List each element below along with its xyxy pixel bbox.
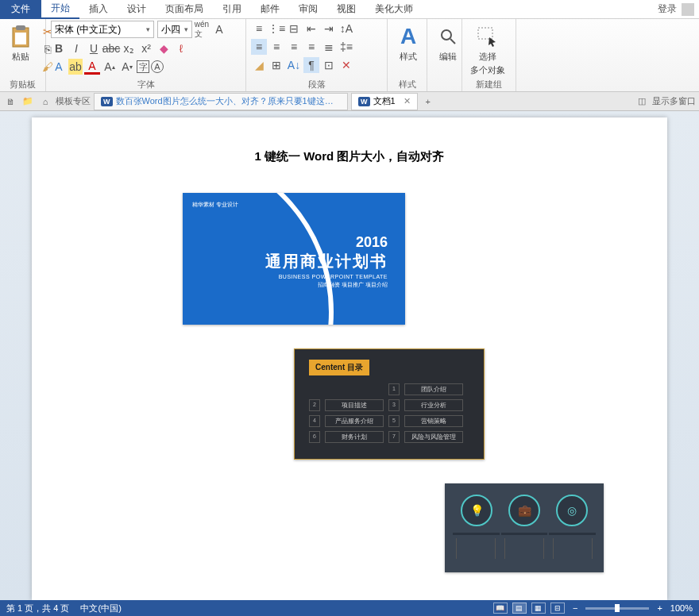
- toc-item: 项目描述: [325, 399, 384, 411]
- styles-button[interactable]: A 样式: [392, 21, 424, 63]
- avatar-icon[interactable]: [682, 3, 694, 16]
- zoom-slider[interactable]: [585, 607, 649, 610]
- zoom-in-icon[interactable]: +: [654, 603, 665, 613]
- zoom-out-icon[interactable]: −: [570, 603, 581, 613]
- align-right-icon[interactable]: ≡: [286, 39, 302, 55]
- new-doc-icon[interactable]: 🗎: [3, 94, 17, 109]
- toc-num: 5: [388, 415, 400, 427]
- toc-num: 6: [309, 431, 320, 443]
- svg-rect-1: [16, 25, 25, 30]
- bold-icon[interactable]: B: [51, 40, 67, 56]
- svg-rect-5: [478, 28, 492, 39]
- read-view-icon[interactable]: 📖: [493, 603, 508, 614]
- underline-icon[interactable]: U: [86, 40, 102, 56]
- group-font-label: 字体: [46, 79, 245, 90]
- svg-point-3: [442, 30, 451, 40]
- word-badge-icon: W: [358, 97, 370, 106]
- circle-char-icon[interactable]: A: [151, 60, 164, 73]
- indent-inc-icon[interactable]: ⇥: [321, 21, 337, 37]
- close-tab-icon[interactable]: ✕: [404, 96, 411, 106]
- tab-mail[interactable]: 邮件: [251, 0, 289, 19]
- outline-view-icon[interactable]: ⊟: [550, 603, 565, 614]
- open-folder-icon[interactable]: 📁: [21, 94, 35, 109]
- page-status[interactable]: 第 1 页，共 4 页: [6, 603, 69, 614]
- char-border-icon[interactable]: 字: [137, 60, 149, 73]
- editing-button[interactable]: 编辑: [432, 21, 464, 63]
- add-tab-icon[interactable]: +: [421, 94, 435, 109]
- styles-icon: A: [396, 24, 421, 49]
- file-menu[interactable]: 文件: [0, 0, 41, 19]
- zoom-value[interactable]: 100%: [670, 603, 693, 613]
- ribbon: 粘贴 ✂ ⎘ 🖌 剪贴板 宋体 (中文正文)▾ 小四▾ wén文 A B I U…: [0, 19, 699, 92]
- home-icon[interactable]: ⌂: [38, 94, 52, 109]
- grow-font-icon[interactable]: A: [211, 21, 227, 37]
- italic-icon[interactable]: I: [68, 40, 84, 56]
- group-select-label: 新建组: [462, 79, 516, 90]
- numbering-icon[interactable]: ⋮≡: [268, 21, 284, 37]
- tab-home[interactable]: 开始: [41, 0, 79, 19]
- doc-tab-2[interactable]: W 文档1 ✕: [351, 93, 418, 110]
- line-spacing-icon[interactable]: ‡≡: [338, 39, 354, 55]
- multiwindow-label[interactable]: 显示多窗口: [652, 95, 696, 107]
- sort-icon[interactable]: A↓: [286, 57, 302, 73]
- align-left-icon[interactable]: ≡: [251, 39, 267, 55]
- select-objects-button[interactable]: 选择 多个对象: [467, 21, 508, 76]
- highlight-icon[interactable]: ℓ: [173, 40, 189, 56]
- document-area: 1 键统一 Word 图片大小，自动对齐 精华素材 专业设计 2016 通用商业…: [0, 111, 699, 600]
- distribute-icon[interactable]: ≣: [321, 39, 337, 55]
- slide1-main: 通用商业计划书: [265, 251, 388, 272]
- clipboard-icon: [8, 24, 33, 49]
- tab-view[interactable]: 视图: [327, 0, 365, 19]
- slide-1[interactable]: 精华素材 专业设计 2016 通用商业计划书 BUSINESS POWERPOI…: [183, 193, 405, 325]
- font-select[interactable]: 宋体 (中文正文)▾: [51, 21, 154, 38]
- tab-beautify[interactable]: 美化大师: [365, 0, 423, 19]
- status-bar: 第 1 页，共 4 页 中文(中国) 📖 ▤ ▦ ⊟ − + 100%: [0, 600, 699, 616]
- doc-tab-1[interactable]: W 数百张Word图片怎么统一大小、对齐？原来只要1键这么简单.docx: [94, 93, 348, 110]
- tab-references[interactable]: 引用: [213, 0, 251, 19]
- lang-status[interactable]: 中文(中国): [80, 603, 121, 614]
- page[interactable]: 1 键统一 Word 图片大小，自动对齐 精华素材 专业设计 2016 通用商业…: [32, 117, 667, 600]
- paste-button[interactable]: 粘贴: [5, 21, 37, 63]
- font-color-icon[interactable]: A: [84, 59, 100, 75]
- indent-dec-icon[interactable]: ⇤: [303, 21, 319, 37]
- superscript-icon[interactable]: x²: [138, 40, 154, 56]
- find-icon: [435, 24, 461, 49]
- tab-design[interactable]: 设计: [118, 0, 156, 19]
- bullets-icon[interactable]: ≡: [251, 21, 267, 37]
- login-link[interactable]: 登录: [658, 2, 677, 16]
- text-dir-icon[interactable]: ↕A: [338, 21, 354, 37]
- print-view-icon[interactable]: ▤: [512, 603, 527, 614]
- slide2-title: Centent 目录: [309, 360, 369, 375]
- highlight2-icon[interactable]: ab: [68, 59, 83, 75]
- justify-icon[interactable]: ≡: [303, 39, 319, 55]
- para-x-icon[interactable]: ✕: [338, 57, 354, 73]
- multiwindow-icon[interactable]: ◫: [635, 94, 649, 109]
- shrink-icon[interactable]: A▾: [119, 59, 135, 75]
- tabs-icon[interactable]: ⊡: [321, 57, 337, 73]
- subscript-icon[interactable]: x₂: [121, 40, 137, 56]
- strike-icon[interactable]: abc: [103, 40, 119, 56]
- size-select[interactable]: 小四▾: [157, 21, 192, 38]
- templates-link[interactable]: 模板专区: [56, 95, 91, 107]
- slide-2[interactable]: Centent 目录 1 1 团队介绍 2 项目描述 3 行业分析 4 产品服务…: [294, 348, 485, 460]
- borders-icon[interactable]: ⊞: [268, 57, 284, 73]
- group-clipboard-label: 剪贴板: [0, 79, 45, 90]
- grow-icon[interactable]: A▴: [102, 59, 118, 75]
- tab-review[interactable]: 审阅: [289, 0, 327, 19]
- show-marks-icon[interactable]: ¶: [303, 57, 319, 73]
- clear-format-icon[interactable]: ◆: [156, 40, 172, 56]
- phonetic-icon[interactable]: wén文: [194, 21, 210, 37]
- web-view-icon[interactable]: ▦: [531, 603, 546, 614]
- tab-insert[interactable]: 插入: [79, 0, 118, 19]
- toc-num: 7: [388, 431, 400, 443]
- doc-title: 1 键统一 Word 图片大小，自动对齐: [71, 149, 628, 164]
- align-center-icon[interactable]: ≡: [268, 39, 284, 55]
- text-effects-icon[interactable]: A: [51, 59, 67, 75]
- slide-3[interactable]: 💡 💼 ◎: [445, 483, 604, 572]
- toc-num: 4: [309, 415, 320, 427]
- shading-icon[interactable]: ◢: [251, 57, 267, 73]
- group-paragraph-label: 段落: [246, 79, 387, 90]
- briefcase-icon: 💼: [508, 495, 540, 526]
- multilevel-icon[interactable]: ⊟: [286, 21, 302, 37]
- tab-layout[interactable]: 页面布局: [156, 0, 213, 19]
